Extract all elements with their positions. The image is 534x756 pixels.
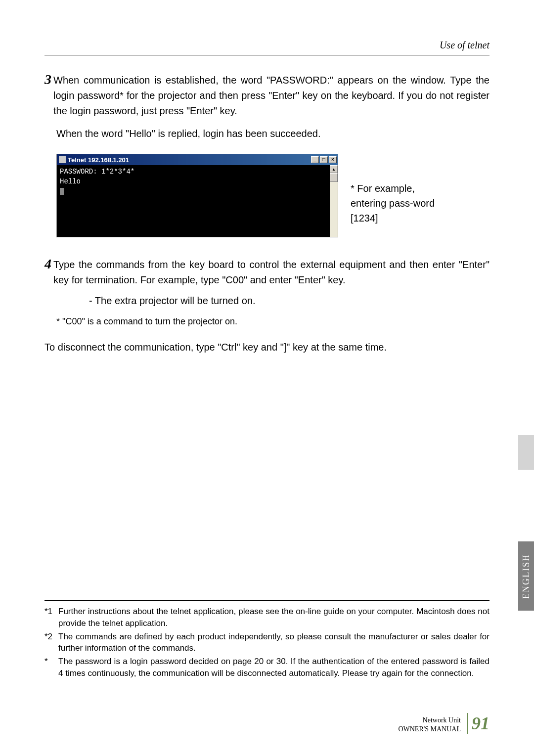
footnote-1: *1 Further instructions about the telnet… — [44, 606, 490, 629]
step-4: 4 Type the commands from the key board t… — [44, 257, 490, 288]
footnote-3-text: The password is a login password decided… — [58, 656, 490, 679]
page-number: 91 — [472, 713, 490, 734]
scroll-up-icon[interactable]: ▲ — [330, 165, 338, 173]
step-3: 3 When communication is established, the… — [44, 73, 490, 119]
footnote-2-mark: *2 — [44, 631, 58, 655]
footer-label-1: Network Unit — [423, 716, 461, 724]
close-button[interactable]: × — [329, 156, 337, 163]
footnote-1-text: Further instructions about the telnet ap… — [58, 606, 490, 629]
step-3-text: When communication is established, the w… — [53, 73, 490, 119]
disconnect-instruction: To disconnect the communication, type "C… — [44, 342, 490, 353]
telnet-screenshot-block: Telnet 192.168.1.201 _ □ × PASSWORD: 1*2… — [56, 154, 490, 237]
telnet-line-1: PASSWORD: 1*2*3*4* — [60, 168, 134, 176]
telnet-titlebar: Telnet 192.168.1.201 _ □ × — [57, 154, 338, 165]
window-controls: _ □ × — [311, 156, 337, 163]
telnet-window: Telnet 192.168.1.201 _ □ × PASSWORD: 1*2… — [56, 154, 338, 237]
footnote-2: *2 The commands are defined by each prod… — [44, 631, 490, 655]
side-tab-blank — [518, 435, 534, 470]
scroll-thumb[interactable] — [330, 173, 338, 182]
footnote-3-mark: * — [44, 656, 58, 679]
side-tab-label: ENGLISH — [521, 554, 532, 599]
side-tab-english: ENGLISH — [518, 541, 534, 611]
terminal-cursor — [60, 188, 64, 195]
footnote-2-text: The commands are defined by each product… — [58, 631, 490, 655]
telnet-line-2: Hello — [60, 178, 81, 185]
section-title: Use of telnet — [440, 40, 490, 50]
step-number-4: 4 — [44, 257, 51, 271]
telnet-side-note: * For example, entering pass-word [1234] — [351, 181, 440, 225]
step-number-3: 3 — [44, 73, 51, 87]
step-4-subpoint: - The extra projector will be turned on. — [89, 295, 490, 307]
telnet-title: Telnet 192.168.1.201 — [68, 156, 129, 164]
section-header: Use of telnet — [44, 40, 490, 55]
telnet-terminal-body[interactable]: PASSWORD: 1*2*3*4* Hello — [57, 165, 330, 237]
scrollbar[interactable]: ▲ — [330, 165, 338, 237]
footnote-3: * The password is a login password decid… — [44, 656, 490, 679]
step-4-small-note: * "C00" is a command to turn the project… — [56, 316, 490, 327]
telnet-app-icon — [59, 156, 66, 163]
step-3-text-2: When the word "Hello" is replied, login … — [56, 126, 490, 141]
maximize-button[interactable]: □ — [320, 156, 328, 163]
minimize-button[interactable]: _ — [311, 156, 319, 163]
footer-label: Network Unit OWNER'S MANUAL — [398, 716, 461, 734]
step-4-text: Type the commands from the key board to … — [53, 257, 490, 288]
page-footer: Network Unit OWNER'S MANUAL 91 — [398, 713, 490, 734]
footnotes-section: *1 Further instructions about the telnet… — [44, 600, 490, 679]
footer-label-2: OWNER'S MANUAL — [398, 725, 461, 733]
footnote-1-mark: *1 — [44, 606, 58, 629]
scroll-track — [330, 182, 338, 237]
